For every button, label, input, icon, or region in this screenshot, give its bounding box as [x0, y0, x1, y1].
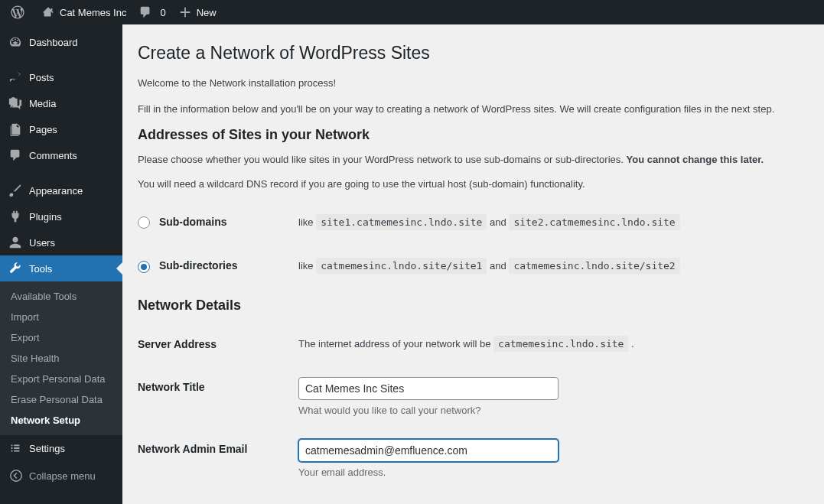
menu-label: Plugins: [29, 211, 62, 223]
pages-icon: [8, 122, 23, 136]
submenu-available-tools[interactable]: Available Tools: [0, 286, 122, 307]
admin-menu: Dashboard Posts Media Pages Comments App…: [0, 24, 122, 504]
tools-submenu: Available Tools Import Export Site Healt…: [0, 281, 122, 435]
address-type-table: Sub-domains like site1.catmemesinc.lndo.…: [138, 200, 809, 288]
subdirs-row-heading: Sub-directories: [138, 244, 298, 288]
menu-label: Settings: [29, 443, 65, 454]
submenu-site-health[interactable]: Site Health: [0, 348, 122, 369]
subdomains-label: Sub-domains: [159, 216, 227, 228]
new-label: New: [197, 7, 217, 18]
home-icon: [41, 5, 55, 19]
wordpress-icon: [11, 5, 24, 19]
menu-separator: [0, 55, 122, 64]
network-title-label: Network Title: [138, 366, 298, 428]
intro-text: Fill in the information below and you'll…: [138, 102, 809, 117]
new-content-link[interactable]: New: [172, 0, 223, 24]
collapse-label: Collapse menu: [29, 470, 96, 482]
comment-icon: [138, 5, 152, 19]
subdomains-example: like site1.catmemesinc.lndo.site and sit…: [298, 200, 809, 244]
network-admin-email-input[interactable]: [298, 439, 559, 462]
menu-label: Posts: [29, 72, 54, 83]
network-title-desc: What would you like to call your network…: [298, 405, 801, 416]
menu-comments[interactable]: Comments: [0, 142, 122, 168]
menu-settings[interactable]: Settings: [0, 435, 122, 461]
collapse-icon: [9, 469, 23, 483]
addresses-heading: Addresses of Sites in your Network: [138, 127, 809, 143]
dashboard-icon: [8, 35, 23, 49]
plus-icon: [178, 5, 192, 19]
svg-point-0: [11, 470, 21, 481]
comments-link[interactable]: 0: [132, 0, 171, 24]
wp-logo[interactable]: [5, 0, 35, 24]
site-name-label: Cat Memes Inc: [60, 7, 126, 18]
admin-email-label: Network Admin Email: [138, 428, 298, 489]
subdirectories-option[interactable]: Sub-directories: [138, 259, 238, 272]
submenu-import[interactable]: Import: [0, 307, 122, 327]
menu-users[interactable]: Users: [0, 229, 122, 255]
menu-label: Comments: [29, 150, 77, 161]
site-name-link[interactable]: Cat Memes Inc: [35, 0, 132, 24]
network-details-table: Server Address The internet address of y…: [138, 323, 809, 489]
menu-appearance[interactable]: Appearance: [0, 177, 122, 203]
wildcard-description: You will need a wildcard DNS record if y…: [138, 177, 809, 192]
pin-icon: [8, 70, 23, 84]
subdomains-radio[interactable]: [138, 216, 150, 229]
submenu-erase-personal-data[interactable]: Erase Personal Data: [0, 389, 122, 410]
menu-dashboard[interactable]: Dashboard: [0, 29, 122, 55]
menu-posts[interactable]: Posts: [0, 64, 122, 90]
settings-icon: [8, 441, 23, 455]
comments-icon: [8, 148, 23, 162]
submenu-export-personal-data[interactable]: Export Personal Data: [0, 369, 122, 389]
subdirectories-radio[interactable]: [138, 261, 150, 273]
submenu-network-setup[interactable]: Network Setup: [0, 410, 122, 431]
menu-separator: [0, 168, 122, 177]
admin-toolbar: Cat Memes Inc 0 New: [0, 0, 824, 24]
admin-email-desc: Your email address.: [298, 467, 801, 478]
menu-label: Media: [29, 98, 56, 109]
server-address-value: The internet address of your network wil…: [298, 323, 809, 366]
network-details-heading: Network Details: [138, 298, 809, 314]
subdomains-option[interactable]: Sub-domains: [138, 216, 227, 228]
menu-label: Pages: [29, 124, 57, 135]
subdomains-row-heading: Sub-domains: [138, 200, 298, 244]
comment-count: 0: [160, 7, 165, 18]
welcome-text: Welcome to the Network installation proc…: [138, 76, 809, 91]
subdirectories-label: Sub-directories: [159, 259, 238, 272]
menu-label: Users: [29, 237, 55, 249]
collapse-menu-button[interactable]: Collapse menu: [0, 461, 122, 490]
menu-label: Appearance: [29, 185, 83, 197]
menu-pages[interactable]: Pages: [0, 116, 122, 142]
page-title: Create a Network of WordPress Sites: [138, 43, 809, 63]
server-address-label: Server Address: [138, 323, 298, 366]
submenu-export[interactable]: Export: [0, 327, 122, 348]
menu-label: Tools: [29, 263, 52, 275]
menu-plugins[interactable]: Plugins: [0, 203, 122, 229]
menu-media[interactable]: Media: [0, 90, 122, 116]
brush-icon: [8, 184, 23, 197]
user-icon: [8, 236, 23, 249]
network-title-input[interactable]: [298, 377, 559, 400]
menu-label: Dashboard: [29, 37, 78, 48]
subdirs-example: like catmemesinc.lndo.site/site1 and cat…: [298, 244, 809, 288]
menu-tools[interactable]: Tools: [0, 255, 122, 281]
choose-description: Please choose whether you would like sit…: [138, 152, 809, 167]
plug-icon: [8, 210, 23, 223]
main-content: Create a Network of WordPress Sites Welc…: [122, 24, 824, 504]
wrench-icon: [8, 262, 23, 275]
media-icon: [8, 96, 23, 110]
